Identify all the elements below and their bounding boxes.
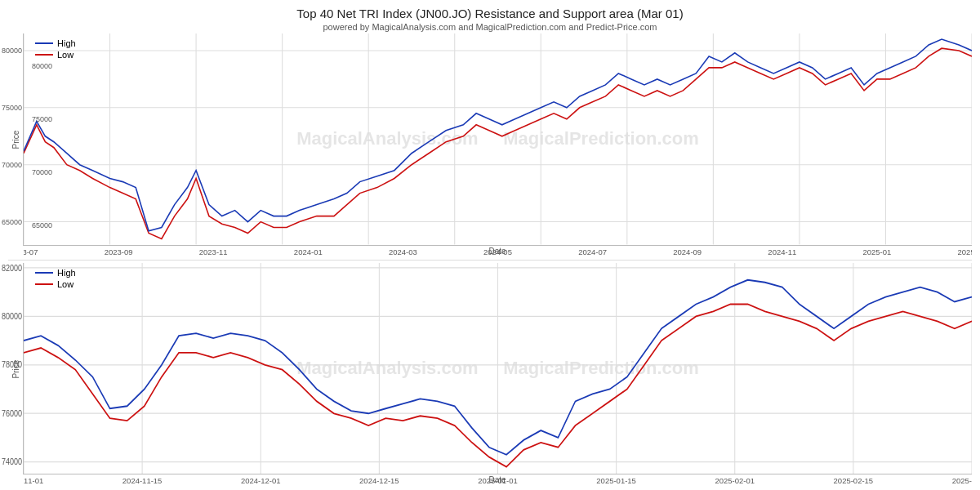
svg-text:2023-11: 2023-11 (199, 248, 228, 256)
title-section: Top 40 Net TRI Index (JN00.JO) Resistanc… (0, 0, 980, 33)
svg-text:82000: 82000 (2, 263, 22, 273)
chart1-inner: High Low MagicalAnalysis.com MagicalPred… (23, 33, 972, 246)
chart1-area: Price High Low (8, 33, 972, 246)
svg-text:65000: 65000 (2, 217, 22, 225)
chart2-area: Price High Low (8, 263, 972, 475)
chart2-legend-high: High (35, 268, 76, 278)
chart2-low-label: Low (57, 279, 74, 289)
charts-container: Price High Low (0, 33, 980, 490)
svg-text:2025-03-01: 2025-03-01 (952, 477, 972, 485)
svg-text:78000: 78000 (2, 359, 22, 369)
chart1-wrapper: Price High Low (8, 33, 972, 257)
svg-text:80000: 80000 (2, 311, 22, 321)
chart2-high-label: High (57, 268, 76, 278)
chart1-legend-low: Low (35, 50, 76, 60)
main-title: Top 40 Net TRI Index (JN00.JO) Resistanc… (0, 7, 980, 20)
chart1-low-label: Low (57, 50, 74, 60)
svg-text:76000: 76000 (2, 408, 22, 418)
svg-text:2025-02-15: 2025-02-15 (834, 477, 874, 485)
svg-text:75000: 75000 (32, 115, 52, 123)
svg-text:2025-03: 2025-03 (958, 248, 972, 256)
svg-text:74000: 74000 (2, 457, 22, 466)
svg-text:2025-02-01: 2025-02-01 (715, 477, 755, 485)
svg-text:65000: 65000 (32, 221, 52, 229)
svg-text:70000: 70000 (2, 161, 22, 169)
svg-text:2024-09: 2024-09 (673, 248, 702, 256)
svg-text:2024-07: 2024-07 (578, 248, 607, 256)
svg-text:2025-01-01: 2025-01-01 (478, 477, 518, 485)
chart2-high-line-icon (35, 272, 53, 274)
svg-text:2024-05: 2024-05 (483, 248, 512, 256)
svg-text:2024-12-01: 2024-12-01 (241, 477, 281, 485)
svg-text:2023-09: 2023-09 (105, 248, 133, 256)
chart-divider (8, 260, 972, 261)
chart2-svg (24, 263, 972, 474)
chart1-legend-high: High (35, 38, 76, 48)
chart1-svg (24, 33, 972, 245)
svg-text:2025-01-15: 2025-01-15 (596, 477, 636, 485)
chart2-inner: High Low MagicalAnalysis.com MagicalPred… (23, 263, 972, 475)
svg-text:70000: 70000 (32, 168, 52, 176)
page-container: Top 40 Net TRI Index (JN00.JO) Resistanc… (0, 0, 980, 490)
chart2-legend-low: Low (35, 279, 76, 289)
svg-text:2024-03: 2024-03 (389, 248, 417, 256)
svg-text:80000: 80000 (2, 47, 22, 55)
svg-text:2024-01: 2024-01 (294, 248, 323, 256)
svg-text:2024-11: 2024-11 (768, 248, 796, 256)
chart2-legend: High Low (35, 268, 76, 289)
chart1-legend: High Low (35, 38, 76, 60)
svg-text:2024-12-15: 2024-12-15 (359, 477, 399, 485)
subtitle: powered by MagicalAnalysis.com and Magic… (0, 22, 980, 32)
chart1-high-label: High (57, 38, 76, 48)
chart2-wrapper: Price High Low (8, 263, 972, 487)
svg-text:2025-01: 2025-01 (862, 248, 891, 256)
chart1-y-ticks: 65000700007500080000 (23, 50, 54, 246)
svg-text:75000: 75000 (2, 104, 22, 112)
chart2-low-line-icon (35, 283, 53, 285)
svg-text:80000: 80000 (32, 62, 52, 70)
chart1-low-line-icon (35, 54, 53, 56)
chart1-high-line-icon (35, 42, 53, 44)
svg-text:2023-07: 2023-07 (24, 248, 38, 256)
svg-text:2024-11-15: 2024-11-15 (122, 477, 163, 485)
svg-text:2024-11-01: 2024-11-01 (24, 477, 43, 485)
